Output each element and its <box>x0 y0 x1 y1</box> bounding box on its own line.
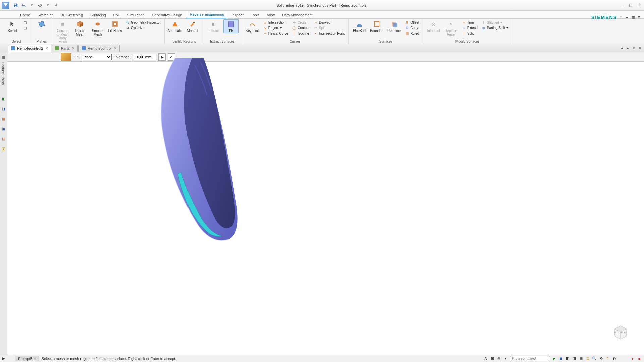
tab-simulation[interactable]: Simulation <box>124 12 148 18</box>
ribbon-opt-2-icon[interactable]: ≣ <box>625 15 629 19</box>
status-rotate-icon[interactable]: ↻ <box>605 356 610 361</box>
qat-dropdown-icon[interactable]: ▾ <box>45 2 51 8</box>
status-view-3-icon[interactable]: ◧ <box>565 356 570 361</box>
group-modify-label: Modify Surfaces <box>426 40 509 44</box>
contour-curve-button[interactable]: ◯Contour <box>291 25 311 30</box>
app-menu-button[interactable] <box>2 2 9 9</box>
status-pan-icon[interactable]: ✥ <box>598 356 604 361</box>
minimize-button[interactable]: — <box>619 3 625 8</box>
status-zoom-fit-icon[interactable]: ⊡ <box>585 356 590 361</box>
split-surface-button[interactable]: ｜Split <box>461 31 479 36</box>
manual-regions-button[interactable]: Manual <box>185 19 200 33</box>
status-shade-icon[interactable]: ◐ <box>612 356 617 361</box>
select-opt-1[interactable]: ◱ <box>22 20 28 25</box>
intersection-point-button[interactable]: •Intersection Point <box>313 31 346 36</box>
status-rec-icon[interactable]: ● <box>630 356 635 361</box>
dropdown-icon[interactable]: ▾ <box>29 2 35 8</box>
status-view-1-icon[interactable]: ▶ <box>551 356 557 361</box>
smooth-mesh-button[interactable]: Smooth Mesh <box>90 19 105 36</box>
offset-surface-button[interactable]: ⇈Offset <box>404 20 420 25</box>
graphics-viewport[interactable]: LEFT-FRONT <box>7 62 644 355</box>
tab-list-icon[interactable]: ▾ <box>631 46 637 51</box>
status-zoom-icon[interactable]: 🔍 <box>592 356 597 361</box>
tab-generative-design[interactable]: Generative Design <box>149 12 186 18</box>
rail-btn-7[interactable]: ⚿ <box>1 146 6 152</box>
view-orientation-cube[interactable]: LEFT-FRONT <box>610 321 631 341</box>
derived-curve-button[interactable]: ∿Derived <box>313 20 346 25</box>
tab-sketching[interactable]: Sketching <box>34 12 57 18</box>
save-icon[interactable] <box>13 2 19 8</box>
redefine-icon <box>390 20 398 28</box>
auto-regions-button[interactable]: Automatic <box>167 19 183 33</box>
command-finder-input[interactable] <box>510 356 550 361</box>
status-view-5-icon[interactable]: ▦ <box>578 356 584 361</box>
intersection-curve-button[interactable]: ⨯Intersection <box>262 20 289 25</box>
rail-btn-1[interactable]: ▥ <box>1 54 6 60</box>
doc-tab-remotecontrol2[interactable]: Remotecontrol2 ✕ <box>8 45 51 52</box>
tab-reverse-engineering[interactable]: Reverse Engineering <box>186 11 228 18</box>
close-tab-icon[interactable]: ✕ <box>45 46 48 51</box>
select-button[interactable]: Select <box>5 19 20 33</box>
geometry-inspector-button[interactable]: 🔍Geometry Inspector <box>125 20 162 25</box>
tab-data-management[interactable]: Data Management <box>279 12 316 18</box>
status-snap-icon[interactable]: ◎ <box>496 356 502 361</box>
rail-btn-6[interactable]: ▤ <box>1 136 6 141</box>
qat-customize-icon[interactable]: ⇩ <box>53 2 59 8</box>
tab-home[interactable]: Home <box>17 12 33 18</box>
bluesurf-button[interactable]: BlueSurf <box>352 19 367 33</box>
smooth-mesh-icon <box>94 20 102 28</box>
ribbon-opt-1-icon[interactable]: ≡ <box>619 15 623 19</box>
fit-type-select[interactable]: Plane <box>82 54 112 60</box>
rail-btn-4[interactable]: ▦ <box>1 116 6 121</box>
group-extract-label: Extract Surfaces <box>206 40 239 44</box>
tab-view[interactable]: View <box>264 12 278 18</box>
select-opt-2[interactable]: ◰ <box>22 25 28 30</box>
left-tool-rail: ▥ Feature Library ◧ ◨ ▦ ▣ ▤ ⚿ <box>0 52 7 355</box>
fit-button[interactable]: Fit <box>223 19 239 33</box>
tab-close-all-icon[interactable]: ✕ <box>637 46 643 51</box>
status-view-4-icon[interactable]: ◨ <box>572 356 577 361</box>
tab-pmi[interactable]: PMI <box>110 12 123 18</box>
status-format-icon[interactable]: A <box>483 356 488 361</box>
tab-inspect[interactable]: Inspect <box>228 12 247 18</box>
close-tab-icon[interactable]: ✕ <box>114 46 117 51</box>
ruled-surface-button[interactable]: ▤Ruled <box>404 31 420 36</box>
status-grid-icon[interactable]: ⊞ <box>490 356 495 361</box>
tab-tools[interactable]: Tools <box>248 12 263 18</box>
status-stop-icon[interactable]: ■ <box>637 356 642 361</box>
redefine-button[interactable]: Redefine <box>386 19 402 33</box>
extend-button[interactable]: ↔Extend <box>461 25 479 30</box>
parting-split-button[interactable]: ◑Parting Split ▾ <box>481 25 509 30</box>
copy-surface-button[interactable]: ⧉Copy <box>404 25 420 30</box>
status-view-2-icon[interactable]: ◼ <box>558 356 564 361</box>
undo-icon[interactable] <box>21 2 27 8</box>
group-extract-surfaces: ◧ Extract Fit Extract Surfaces <box>203 19 242 44</box>
tab-3d-sketching[interactable]: 3D Sketching <box>58 12 86 18</box>
close-tab-icon[interactable]: ✕ <box>72 46 75 51</box>
rail-btn-5[interactable]: ▣ <box>1 126 6 131</box>
rail-btn-3[interactable]: ◨ <box>1 106 6 111</box>
status-misc-icon[interactable]: ▾ <box>503 356 508 361</box>
tab-surfacing[interactable]: Surfacing <box>87 12 109 18</box>
doc-tab-part2[interactable]: Part2 ✕ <box>52 45 78 52</box>
restore-button[interactable]: ▢ <box>628 3 633 8</box>
rotate-icon[interactable] <box>37 2 43 8</box>
fill-holes-button[interactable]: Fill Holes <box>107 19 123 33</box>
project-curve-button[interactable]: ↘Project ▾ <box>262 25 289 30</box>
tab-next-icon[interactable]: ▸ <box>625 46 631 51</box>
tab-prev-icon[interactable]: ◂ <box>619 46 625 51</box>
rail-btn-2[interactable]: ◧ <box>1 96 6 101</box>
bounded-button[interactable]: Bounded <box>369 19 384 33</box>
ribbon-opt-3-icon[interactable]: ▦ <box>631 15 635 19</box>
helical-curve-button[interactable]: 〰Helical Curve <box>262 31 289 36</box>
delete-mesh-button[interactable]: Delete Mesh <box>72 19 88 36</box>
optimize-button[interactable]: ⚙Optimize <box>125 25 162 30</box>
ribbon-opt-4-icon[interactable]: ▾ <box>637 15 641 19</box>
doc-tab-remotecontrol[interactable]: Remotecontrol ✕ <box>78 45 120 52</box>
replace-icon: ↻ <box>447 20 455 28</box>
planes-button[interactable] <box>34 19 49 28</box>
close-button[interactable]: ✕ <box>637 3 642 8</box>
keypoint-button[interactable]: Keypoint <box>245 19 260 33</box>
isocline-button[interactable]: │Isocline <box>291 31 311 36</box>
trim-button[interactable]: ✂Trim <box>461 20 479 25</box>
